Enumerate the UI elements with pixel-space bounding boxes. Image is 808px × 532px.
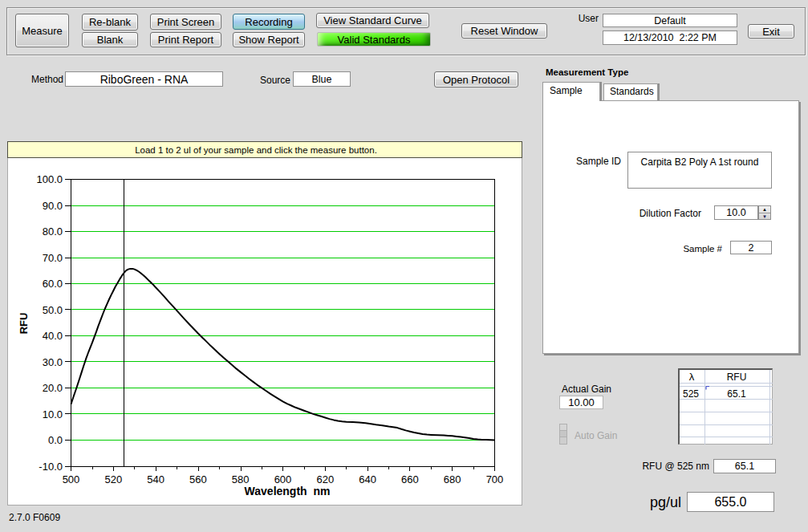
svg-text:560: 560 (189, 473, 207, 485)
svg-text:λ: λ (689, 371, 695, 383)
svg-text:50.0: 50.0 (43, 304, 63, 316)
svg-text:525: 525 (683, 388, 699, 400)
svg-text:580: 580 (232, 473, 250, 485)
svg-text:65.1: 65.1 (727, 388, 746, 400)
svg-text:20.0: 20.0 (43, 382, 63, 394)
svg-text:0.0: 0.0 (48, 434, 63, 446)
svg-text:620: 620 (316, 473, 334, 485)
svg-text:700: 700 (486, 473, 504, 485)
svg-text:640: 640 (359, 473, 376, 485)
svg-text:680: 680 (444, 473, 461, 485)
svg-text:60.0: 60.0 (43, 278, 63, 290)
svg-text:RFU: RFU (727, 372, 747, 383)
svg-text:RFU: RFU (18, 313, 30, 335)
svg-text:520: 520 (104, 473, 122, 485)
svg-text:30.0: 30.0 (43, 356, 63, 368)
svg-text:70.0: 70.0 (43, 252, 63, 264)
svg-text:40.0: 40.0 (43, 330, 63, 342)
svg-text:500: 500 (63, 473, 80, 485)
svg-text:Wavelength nm: Wavelength nm (245, 485, 331, 497)
svg-text:540: 540 (147, 473, 164, 485)
svg-text:90.0: 90.0 (43, 200, 63, 212)
svg-text:80.0: 80.0 (43, 225, 63, 238)
svg-text:660: 660 (401, 473, 419, 485)
svg-text:10.0: 10.0 (43, 408, 63, 420)
svg-text:-10.0: -10.0 (39, 461, 63, 473)
svg-text:600: 600 (274, 473, 292, 485)
svg-text:100.0: 100.0 (36, 173, 63, 185)
